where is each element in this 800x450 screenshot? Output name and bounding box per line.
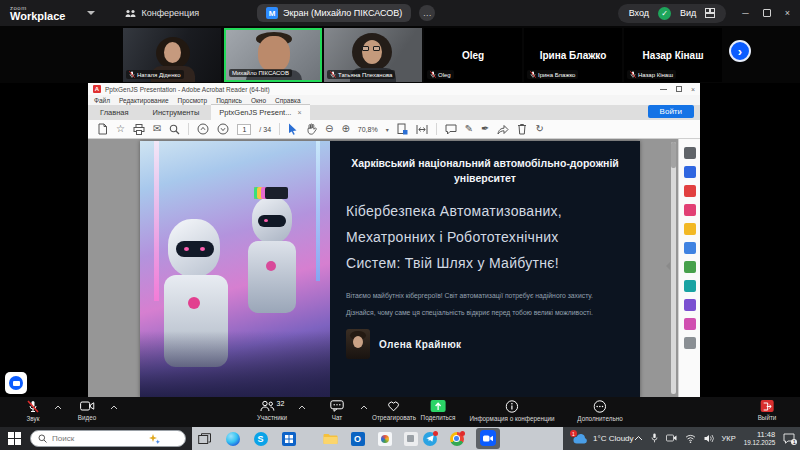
encryption-shield-icon[interactable]: ✓ xyxy=(658,7,671,20)
menu-view[interactable]: Просмотр xyxy=(178,97,208,104)
zoom-tool-icon[interactable] xyxy=(684,147,696,159)
email-icon[interactable]: ✉ xyxy=(153,124,161,134)
action-center-button[interactable]: 1 xyxy=(783,433,795,444)
stamp-icon[interactable] xyxy=(684,318,696,330)
scrollbar-thumb[interactable] xyxy=(671,142,676,168)
tray-wifi-icon[interactable] xyxy=(685,434,696,443)
delete-trash-icon[interactable] xyxy=(517,123,527,135)
zoom-out-icon[interactable]: ⊖ xyxy=(325,124,333,134)
more-button[interactable]: Дополнительно xyxy=(577,400,622,422)
search-input[interactable] xyxy=(52,434,144,443)
telegram-icon[interactable] xyxy=(421,430,438,447)
export-pdf-icon[interactable] xyxy=(684,166,696,178)
video-tile-oleg[interactable]: Oleg Oleg xyxy=(424,28,522,82)
zoom-caret-icon[interactable]: ▾ xyxy=(386,126,389,133)
photos-icon[interactable] xyxy=(376,430,393,447)
outlook-icon[interactable]: O xyxy=(349,430,366,447)
view-button[interactable]: Вид xyxy=(680,8,696,18)
signin-button[interactable]: Вход xyxy=(629,8,649,18)
acrobat-close-button[interactable]: × xyxy=(691,86,695,93)
menu-file[interactable]: Файл xyxy=(94,97,110,104)
close-button[interactable]: × xyxy=(785,8,790,18)
weather-widget[interactable]: 1 1°C Cloudy xyxy=(563,433,634,444)
print-icon[interactable] xyxy=(133,124,145,135)
tab-close-icon[interactable]: × xyxy=(297,109,301,116)
react-button[interactable]: Отреагировать xyxy=(372,400,416,421)
menu-help[interactable]: Справка xyxy=(275,97,301,104)
favorites-star-icon[interactable]: ☆ xyxy=(116,124,125,134)
fill-sign-pen-icon[interactable]: ✒ xyxy=(481,124,489,134)
tray-speaker-icon[interactable] xyxy=(704,434,714,443)
fit-width-icon[interactable] xyxy=(416,124,428,135)
taskbar-search-box[interactable] xyxy=(30,430,186,447)
comment-icon[interactable] xyxy=(445,124,457,135)
hand-tool-icon[interactable] xyxy=(306,123,317,135)
menu-edit[interactable]: Редактирование xyxy=(119,97,169,104)
video-tile-tatiana[interactable]: Татьяна Плеханова xyxy=(324,28,422,82)
video-tile-nazar[interactable]: Назар Кінаш Назар Кінаш xyxy=(624,28,722,82)
tray-mic-icon[interactable] xyxy=(651,433,658,443)
workspace-chevron-down-icon[interactable] xyxy=(87,11,95,15)
language-indicator[interactable]: УКР xyxy=(722,434,736,443)
share-screen-button[interactable]: Поделиться xyxy=(421,400,456,421)
tab-meeting[interactable]: Конференция xyxy=(125,8,199,18)
panel-collapse-arrow[interactable] xyxy=(666,262,670,270)
zoom-level-select[interactable]: 70,8% xyxy=(358,126,378,133)
view-grid-icon[interactable] xyxy=(705,8,715,18)
video-tile-iryna[interactable]: Ірина Блажко Ірина Блажко xyxy=(524,28,622,82)
more-tools-icon[interactable] xyxy=(684,337,696,349)
tray-camera-icon[interactable] xyxy=(666,434,677,442)
create-pdf-icon[interactable] xyxy=(684,185,696,197)
acrobat-minimize-button[interactable] xyxy=(660,89,667,90)
skype-icon[interactable]: S xyxy=(252,430,269,447)
tab-document-active[interactable]: PptxGenJS Present... × xyxy=(211,104,309,120)
acrobat-signin-button[interactable]: Войти xyxy=(648,105,694,118)
meeting-info-button[interactable]: Информация о конференции xyxy=(469,400,554,422)
video-chevron-icon[interactable] xyxy=(110,405,118,410)
tray-expand-chevron-icon[interactable] xyxy=(634,435,643,441)
acrobat-maximize-button[interactable] xyxy=(676,86,682,92)
menu-sign[interactable]: Подпись xyxy=(216,97,242,104)
scan-ocr-icon[interactable] xyxy=(684,261,696,273)
rotate-icon[interactable]: ↻ xyxy=(535,124,543,134)
tab-shared-screen[interactable]: М Экран (Михайло ПІКСАСОВ) xyxy=(257,4,411,22)
pencil-annotate-icon[interactable]: ✎ xyxy=(465,124,473,134)
zoom-floating-icon[interactable] xyxy=(5,372,27,394)
audio-button[interactable]: Звук xyxy=(27,400,40,422)
video-tile-mykhailo-active[interactable]: Михайло ПІКСАСОВ xyxy=(224,28,322,82)
audio-chevron-icon[interactable] xyxy=(54,405,62,410)
page-display-icon[interactable] xyxy=(397,123,408,135)
microsoft-store-icon[interactable] xyxy=(280,430,297,447)
participants-chevron-icon[interactable] xyxy=(298,405,306,410)
share-arrow-icon[interactable] xyxy=(497,124,509,135)
zoom-app-icon[interactable] xyxy=(480,430,496,446)
chat-button[interactable]: Чат xyxy=(330,400,344,421)
participants-button[interactable]: 32 Участники xyxy=(257,400,287,421)
more-tabs-icon[interactable]: … xyxy=(419,5,435,21)
tab-tools[interactable]: Инструменты xyxy=(141,105,212,120)
search-icon[interactable] xyxy=(169,124,180,135)
document-scrollbar[interactable] xyxy=(671,142,676,394)
leave-button[interactable]: Выйти xyxy=(758,400,777,421)
edit-pdf-icon[interactable] xyxy=(684,204,696,216)
next-page-icon[interactable] xyxy=(217,123,229,135)
save-file-icon[interactable] xyxy=(97,123,108,135)
previous-page-icon[interactable] xyxy=(197,123,209,135)
video-tile-natalia[interactable]: Наталя Діденко xyxy=(123,28,221,82)
maximize-button[interactable] xyxy=(763,9,771,17)
start-button[interactable] xyxy=(8,432,21,445)
video-button[interactable]: Видео xyxy=(78,400,96,421)
zoom-in-icon[interactable]: ⊕ xyxy=(341,124,349,134)
chat-chevron-icon[interactable] xyxy=(360,405,368,410)
select-cursor-icon[interactable] xyxy=(288,123,298,135)
task-view-button[interactable] xyxy=(196,430,213,447)
file-explorer-icon[interactable] xyxy=(322,430,339,447)
edge-browser-icon[interactable] xyxy=(224,430,241,447)
next-participants-button[interactable]: › xyxy=(729,40,751,62)
clock-widget[interactable]: 11:48 19.12.2025 xyxy=(744,430,776,447)
protect-icon[interactable] xyxy=(684,280,696,292)
tab-home[interactable]: Главная xyxy=(88,105,141,120)
menu-window[interactable]: Окно xyxy=(251,97,266,104)
app-icon[interactable] xyxy=(402,430,419,447)
fill-sign-icon[interactable] xyxy=(684,299,696,311)
